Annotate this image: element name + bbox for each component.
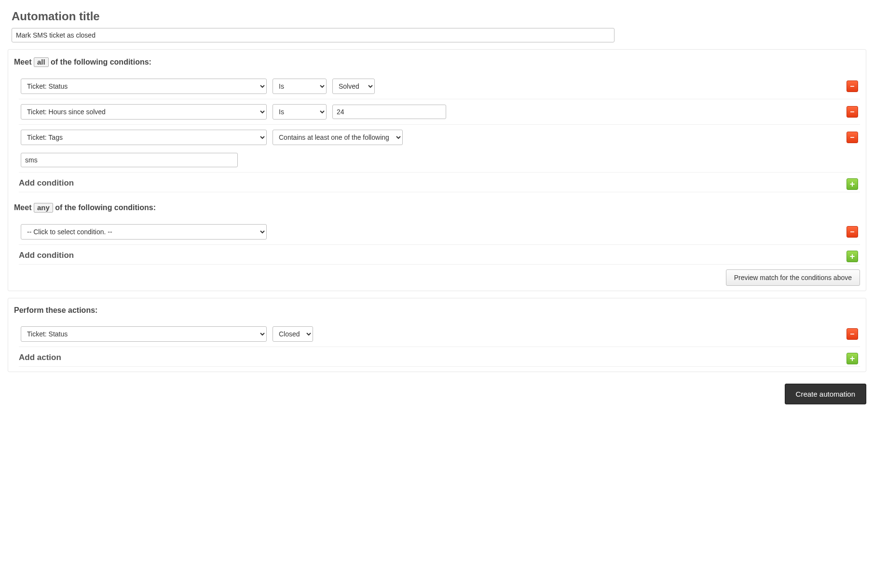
condition-operator-select[interactable]: Is xyxy=(273,79,327,94)
action-row: Ticket: Status Closed xyxy=(19,321,860,347)
add-condition-row: Add condition xyxy=(19,245,860,265)
action-value-select[interactable]: Closed xyxy=(273,326,313,342)
condition-value-input[interactable] xyxy=(332,105,446,119)
page-title: Automation title xyxy=(12,10,866,23)
remove-condition-button[interactable] xyxy=(847,106,858,118)
condition-row: -- Click to select condition. -- xyxy=(19,219,860,245)
conditions-all-heading: Meet all of the following conditions: xyxy=(14,57,860,67)
create-automation-button[interactable]: Create automation xyxy=(785,384,866,404)
add-action-row: Add action xyxy=(19,347,860,367)
condition-row: Ticket: Hours since solved Is xyxy=(19,99,860,125)
remove-action-button[interactable] xyxy=(847,328,858,340)
label-pre: Meet xyxy=(14,58,31,66)
remove-condition-button[interactable] xyxy=(847,226,858,238)
actions-panel: Perform these actions: Ticket: Status Cl… xyxy=(8,298,866,372)
add-condition-row: Add condition xyxy=(19,173,860,192)
condition-value-select[interactable]: Solved xyxy=(332,79,375,94)
conditions-panel: Meet all of the following conditions: Ti… xyxy=(8,49,866,291)
action-field-select[interactable]: Ticket: Status xyxy=(21,326,267,342)
remove-condition-button[interactable] xyxy=(847,132,858,143)
condition-row: Ticket: Tags Contains at least one of th… xyxy=(19,125,860,173)
condition-tags-input[interactable] xyxy=(21,153,238,167)
label-post: of the following conditions: xyxy=(51,58,151,66)
add-action-button[interactable] xyxy=(847,353,858,364)
preview-match-button[interactable]: Preview match for the conditions above xyxy=(726,269,860,286)
actions-heading: Perform these actions: xyxy=(14,306,860,315)
add-condition-button[interactable] xyxy=(847,178,858,190)
all-badge: all xyxy=(34,57,49,67)
condition-operator-select[interactable]: Contains at least one of the following xyxy=(273,130,403,145)
condition-field-select[interactable]: Ticket: Tags xyxy=(21,130,267,145)
condition-row: Ticket: Status Is Solved xyxy=(19,74,860,99)
condition-field-select[interactable]: Ticket: Hours since solved xyxy=(21,104,267,120)
condition-operator-select[interactable]: Is xyxy=(273,104,327,120)
any-badge: any xyxy=(34,203,53,213)
condition-field-select[interactable]: -- Click to select condition. -- xyxy=(21,224,267,240)
label-pre: Meet xyxy=(14,203,31,212)
automation-title-input[interactable] xyxy=(12,28,615,42)
conditions-any-heading: Meet any of the following conditions: xyxy=(14,203,860,213)
label-post: of the following conditions: xyxy=(55,203,156,212)
condition-field-select[interactable]: Ticket: Status xyxy=(21,79,267,94)
add-action-label: Add action xyxy=(19,353,61,362)
add-condition-label: Add condition xyxy=(19,178,74,188)
remove-condition-button[interactable] xyxy=(847,80,858,92)
add-condition-label: Add condition xyxy=(19,251,74,260)
add-condition-button[interactable] xyxy=(847,251,858,262)
